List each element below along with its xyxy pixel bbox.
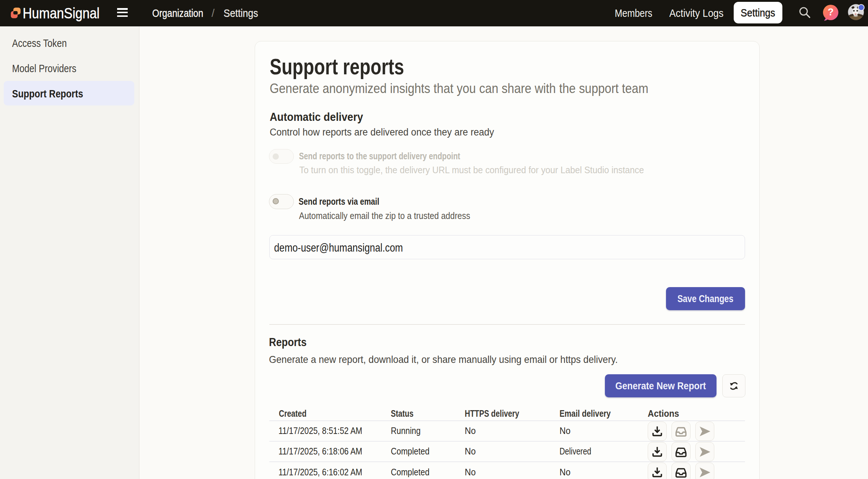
svg-text:?: ?	[828, 7, 834, 18]
